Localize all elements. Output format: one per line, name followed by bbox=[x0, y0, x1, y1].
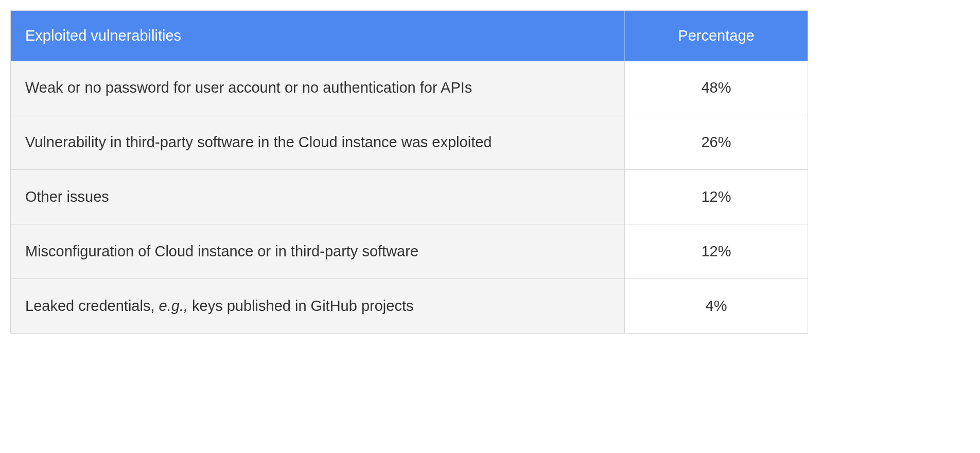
vulnerability-label: Weak or no password for user account or … bbox=[11, 61, 625, 115]
vulnerability-label: Leaked credentials, e.g., keys published… bbox=[11, 279, 625, 333]
table-row: Weak or no password for user account or … bbox=[11, 61, 808, 115]
table-row: Vulnerability in third-party software in… bbox=[11, 115, 808, 170]
table-row: Leaked credentials, e.g., keys published… bbox=[11, 279, 808, 333]
table-header-row: Exploited vulnerabilities Percentage bbox=[11, 11, 808, 61]
vulnerability-label: Vulnerability in third-party software in… bbox=[11, 115, 625, 170]
vulnerability-percentage: 48% bbox=[625, 61, 808, 115]
table-row: Misconfiguration of Cloud instance or in… bbox=[11, 224, 808, 279]
vulnerability-percentage: 12% bbox=[625, 170, 808, 224]
header-col-percentage: Percentage bbox=[625, 11, 808, 61]
vulnerability-label: Misconfiguration of Cloud instance or in… bbox=[11, 224, 625, 279]
table-row: Other issues 12% bbox=[11, 170, 808, 224]
vulnerabilities-table: Exploited vulnerabilities Percentage Wea… bbox=[10, 10, 808, 334]
header-col-vulnerabilities: Exploited vulnerabilities bbox=[11, 11, 625, 61]
vulnerability-percentage: 4% bbox=[625, 279, 808, 333]
vulnerability-percentage: 26% bbox=[625, 115, 808, 170]
vulnerability-percentage: 12% bbox=[625, 224, 808, 279]
vulnerability-label: Other issues bbox=[11, 170, 625, 224]
